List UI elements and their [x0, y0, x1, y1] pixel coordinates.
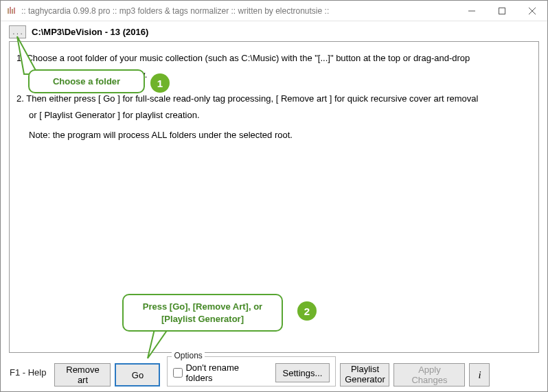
- remove-art-button[interactable]: Remove art: [54, 363, 111, 387]
- instruction-line: 1. Choose a root folder of your music co…: [16, 51, 532, 65]
- window-controls: [457, 1, 547, 21]
- playlist-generator-button[interactable]: Playlist Generator: [340, 363, 389, 387]
- app-icon: [6, 5, 17, 16]
- dont-rename-checkbox[interactable]: [173, 368, 183, 378]
- help-hint: F1 - Help: [10, 367, 46, 378]
- instruction-line: or [ Playlist Generator ] for playlist c…: [29, 108, 532, 122]
- bottom-bar: F1 - Help Remove art Go Options Don't re…: [1, 358, 547, 391]
- svg-rect-0: [8, 8, 9, 14]
- apply-changes-button[interactable]: Apply Changes: [393, 363, 465, 387]
- current-path: C:\MP3\DeVision - 13 (2016): [32, 27, 148, 37]
- options-legend: Options: [172, 351, 204, 360]
- svg-rect-5: [499, 8, 505, 14]
- settings-button[interactable]: Settings...: [275, 363, 330, 382]
- titlebar: :: taghycardia 0.99.8 pro :: mp3 folders…: [1, 1, 547, 21]
- callout-choose-folder: Choose a folder: [28, 69, 145, 93]
- options-group: Options Don't rename folders Settings...: [167, 356, 336, 387]
- svg-rect-1: [10, 7, 11, 14]
- info-button[interactable]: i: [469, 363, 490, 387]
- svg-rect-2: [12, 9, 13, 14]
- maximize-button[interactable]: [487, 1, 517, 21]
- close-button[interactable]: [517, 1, 547, 21]
- instruction-note: Note: the program will process ALL folde…: [29, 128, 532, 142]
- step-badge-2: 2: [297, 301, 317, 321]
- path-row: . . . C:\MP3\DeVision - 13 (2016): [1, 21, 547, 41]
- instruction-line: 2. Then either press [ Go ] for full-sca…: [16, 92, 532, 106]
- step-badge-1: 1: [150, 73, 170, 93]
- dont-rename-label[interactable]: Don't rename folders: [173, 362, 268, 383]
- minimize-button[interactable]: [457, 1, 487, 21]
- browse-folder-button[interactable]: . . .: [9, 25, 26, 38]
- window-title: :: taghycardia 0.99.8 pro :: mp3 folders…: [21, 6, 329, 16]
- callout-press-go: Press [Go], [Remove Art], or [Playlist G…: [122, 294, 283, 332]
- svg-rect-3: [14, 8, 15, 14]
- dont-rename-text: Don't rename folders: [185, 362, 268, 383]
- go-button[interactable]: Go: [115, 363, 160, 387]
